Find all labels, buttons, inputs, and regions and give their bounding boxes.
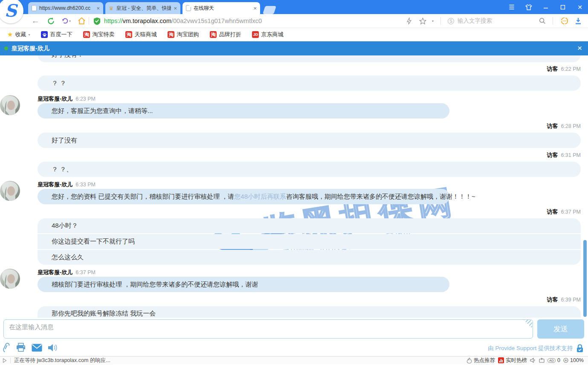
visitor-bubble: 那你先吧我的账号解除冻结 我玩一会 xyxy=(38,306,581,318)
message-flow: 好了没有？ 访客 6:22 PM ？ ？ 皇冠客服-欣儿 6:23 PM 您好，… xyxy=(0,55,588,318)
speaker-icon xyxy=(530,358,536,363)
tab-title: https://www.dh6200.cc xyxy=(39,5,94,11)
skin-shirt-icon[interactable] xyxy=(525,3,533,11)
visitor-bubble: 怎么这么久 xyxy=(38,250,581,265)
browser-window: S https://www.dh6200.cc × ♛ 皇冠 - 安全、简单、快… xyxy=(0,0,588,365)
close-window-icon[interactable]: ✕ xyxy=(576,3,584,11)
ad-block-counter[interactable]: AD 0 xyxy=(547,357,560,363)
maximize-icon[interactable] xyxy=(559,3,567,11)
secure-lock-icon xyxy=(576,344,584,353)
agent-avatar xyxy=(0,181,20,201)
bookmark-taobao-tuangou[interactable]: 淘 淘宝团购 xyxy=(164,29,203,40)
chevron-down-icon: ▾ xyxy=(28,33,30,37)
message-input[interactable]: 在这里输入消息 xyxy=(3,319,533,339)
screenshot-button[interactable] xyxy=(539,358,545,363)
zoom-control[interactable]: 100% xyxy=(563,357,584,363)
reload-button[interactable] xyxy=(46,16,55,26)
agent-name: 皇冠客服-欣儿 xyxy=(38,95,72,103)
visitor-bubble: ？ ？ xyxy=(38,75,581,91)
visitor-label: 访客 6:39 PM xyxy=(0,296,588,304)
bookmark-tmall[interactable]: 淘 天猫商城 xyxy=(122,29,160,40)
new-tab-button[interactable] xyxy=(263,6,276,14)
tab-strip: https://www.dh6200.cc × ♛ 皇冠 - 安全、简单、快捷 … xyxy=(28,0,275,14)
visitor-label: 访客 6:37 PM xyxy=(0,208,588,216)
timestamp: 6:22 PM xyxy=(561,66,581,72)
taobao-icon: 淘 xyxy=(210,31,217,38)
visitor-label: 访客 6:31 PM xyxy=(0,151,588,159)
chevron-down-icon[interactable]: ▾ xyxy=(432,19,434,23)
agent-avatar xyxy=(0,95,20,115)
chat-header: 皇冠客服-欣儿 × xyxy=(0,41,588,55)
agent-name-row: 皇冠客服-欣儿 6:37 PM xyxy=(38,269,588,275)
nav-buttons: ← ▾ xyxy=(31,16,86,26)
search-icon[interactable] xyxy=(539,17,546,24)
address-bar[interactable]: https://vm.torapolax.com/00a2vwv15s1g017… xyxy=(93,17,405,25)
page-favicon xyxy=(186,5,191,11)
divider xyxy=(553,17,553,25)
download-icon[interactable] xyxy=(574,16,583,26)
online-status-dot xyxy=(4,46,8,50)
status-right: 热点推荐 实时热榜 AD 0 100% xyxy=(466,357,588,364)
loading-status-text: 正在等待 jw3c3b.torapolax.com 的响应... xyxy=(14,357,110,364)
tab-close-icon[interactable]: × xyxy=(253,5,257,12)
title-bar: S https://www.dh6200.cc × ♛ 皇冠 - 安全、简单、快… xyxy=(0,0,588,14)
restore-closed-button[interactable]: ▾ xyxy=(61,16,71,26)
tab-online-chat-active[interactable]: 在线聊天 × xyxy=(182,2,260,14)
bookmark-jd[interactable]: JD 京东商城 xyxy=(248,29,287,40)
sogou-search-engine-icon: S xyxy=(448,18,454,24)
agent-message-group: 皇冠客服-欣儿 6:33 PM 您好，您的资料 已提交有关部门，稽核部门要进行审… xyxy=(0,181,588,204)
agent-bubble: 您好，您的资料 已提交有关部门，稽核部门要进行审核处理 ，请您48小时后再联系咨… xyxy=(38,189,449,204)
menu-icon[interactable]: ☰ xyxy=(508,3,516,11)
divider xyxy=(10,358,11,363)
agent-name-row: 皇冠客服-欣儿 6:23 PM xyxy=(38,95,588,102)
tab-dh6200[interactable]: https://www.dh6200.cc × xyxy=(28,2,103,14)
email-icon[interactable] xyxy=(32,344,42,352)
favorite-star-icon[interactable] xyxy=(418,16,428,26)
agent-name-row: 皇冠客服-欣儿 6:33 PM xyxy=(38,181,588,188)
message-center-icon[interactable] xyxy=(560,16,569,26)
home-button[interactable] xyxy=(77,16,86,26)
agent-name: 皇冠客服-欣儿 xyxy=(38,181,72,188)
bar-chart-icon xyxy=(498,357,504,363)
send-button[interactable]: 发送 xyxy=(537,319,584,339)
status-left: 正在等待 jw3c3b.torapolax.com 的响应... xyxy=(0,357,466,364)
minimize-icon[interactable] xyxy=(542,3,550,11)
search-input[interactable]: 输入文字搜索 xyxy=(458,17,536,25)
bookmark-label: 京东商城 xyxy=(261,31,283,38)
sound-toggle-button[interactable] xyxy=(530,358,536,363)
timestamp: 6:33 PM xyxy=(75,182,96,188)
credit-text[interactable]: 由 Provide Support 提供技术支持 xyxy=(488,345,573,352)
favorites-menu[interactable]: ★ 收藏 ▾ xyxy=(3,29,34,40)
chevron-down-icon[interactable]: ▾ xyxy=(69,19,71,23)
agent-message-group: 皇冠客服-欣儿 6:23 PM 您好，客服正为您查询中，请稍等... xyxy=(0,95,588,119)
zoom-plus-icon xyxy=(563,358,568,363)
tab-huangguan[interactable]: ♛ 皇冠 - 安全、简单、快捷 × xyxy=(105,2,180,14)
bookmark-label: 收藏 xyxy=(15,31,26,38)
hot-recommend-button[interactable]: 热点推荐 xyxy=(466,357,495,364)
status-bar: 正在等待 jw3c3b.torapolax.com 的响应... 热点推荐 实时… xyxy=(0,356,588,364)
agent-bubble: 您好，客服正为您查询中，请稍等... xyxy=(38,103,449,119)
zoom-level-text: 100% xyxy=(570,357,584,363)
chat-toolbar: 由 Provide Support 提供技术支持 xyxy=(0,340,588,356)
visitor-label: 访客 6:28 PM xyxy=(0,122,588,130)
print-icon[interactable] xyxy=(16,343,26,352)
jd-icon: JD xyxy=(252,31,259,38)
speed-lightning-icon[interactable] xyxy=(405,16,414,26)
url-text[interactable]: https://vm.torapolax.com/00a2vwv15s1g017… xyxy=(104,17,262,24)
back-button[interactable]: ← xyxy=(31,16,40,26)
bookmark-baidu[interactable]: 百度一下 xyxy=(37,29,76,40)
visitor-bubble-group: 48小时？ 你这边提交看一下不就行了吗 怎么这么久 xyxy=(38,218,581,265)
divider xyxy=(440,17,441,25)
tab-close-icon[interactable]: × xyxy=(96,5,100,12)
bookmark-taobao-tejia[interactable]: 淘 淘宝特卖 xyxy=(79,29,118,40)
hot-list-button[interactable]: 实时热榜 xyxy=(498,357,527,364)
sound-icon[interactable] xyxy=(48,343,58,352)
agent-message-group: 皇冠客服-欣儿 6:37 PM 稽核部门要进行审核处理 ，期间给您带来诸多的不便… xyxy=(0,269,588,292)
bookmark-pinpai[interactable]: 淘 品牌打折 xyxy=(206,29,245,40)
chat-close-icon[interactable]: × xyxy=(577,44,582,52)
search-box[interactable]: S 输入文字搜索 xyxy=(448,17,546,25)
bookmark-label: 淘宝特卖 xyxy=(92,31,114,38)
attachment-paperclip-icon[interactable] xyxy=(2,342,10,353)
scrollbar-thumb[interactable] xyxy=(583,240,587,317)
tab-close-icon[interactable]: × xyxy=(174,5,177,12)
